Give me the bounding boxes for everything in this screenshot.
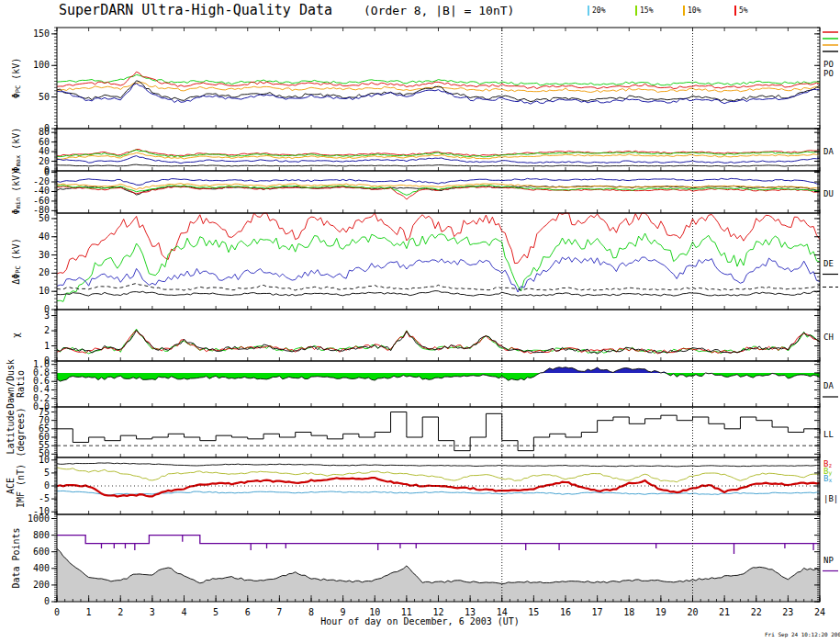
svg-text:150: 150 <box>33 28 50 39</box>
svg-text:400: 400 <box>33 563 50 573</box>
svg-text:80: 80 <box>39 127 50 137</box>
svg-text:Latitude: Latitude <box>6 410 16 454</box>
svg-text:3: 3 <box>44 310 50 321</box>
superdarn-plot-page: SuperDARN Ultra-High-Quality Data (Order… <box>0 0 840 643</box>
svg-text:1.0: 1.0 <box>33 359 50 369</box>
render-timestamp: Fri Sep 24 10:12:20 2004 <box>765 631 840 637</box>
svg-text:0: 0 <box>44 480 50 491</box>
svg-text:|B|: |B| <box>823 494 838 503</box>
svg-text:40: 40 <box>39 231 50 242</box>
svg-text:ΔΦPC (kV): ΔΦPC (kV) <box>11 238 22 285</box>
svg-text:PO: PO <box>823 69 834 78</box>
svg-text:0: 0 <box>44 167 50 177</box>
svg-text:-60: -60 <box>33 196 50 206</box>
svg-text:20: 20 <box>39 156 50 166</box>
svg-text:10: 10 <box>39 286 50 296</box>
svg-text:800: 800 <box>33 530 50 540</box>
svg-text:Φmin (kV): Φmin (kV) <box>11 170 22 215</box>
svg-text:ΦPC (kV): ΦPC (kV) <box>11 58 22 99</box>
svg-text:Data Points: Data Points <box>11 527 21 588</box>
svg-text:30: 30 <box>39 250 50 260</box>
plot-svg: 050100150ΦPC (kV)POPO020406080Φmax (kV)D… <box>0 0 840 643</box>
svg-text:-20: -20 <box>33 176 50 186</box>
svg-text:ACE: ACE <box>6 478 16 494</box>
svg-text:1000: 1000 <box>28 513 50 524</box>
svg-text:LL: LL <box>823 429 834 438</box>
svg-text:CH: CH <box>823 333 834 342</box>
svg-text:IMF (nT): IMF (nT) <box>16 464 26 508</box>
svg-text:2: 2 <box>44 325 50 335</box>
svg-text:75: 75 <box>39 407 50 417</box>
svg-text:0: 0 <box>44 596 50 606</box>
svg-text:DA: DA <box>823 147 834 156</box>
svg-text:200: 200 <box>33 580 50 590</box>
svg-text:60: 60 <box>39 137 50 147</box>
svg-text:NP: NP <box>823 555 834 564</box>
svg-text:Ratio: Ratio <box>16 370 26 398</box>
svg-text:600: 600 <box>33 547 50 557</box>
svg-text:(degrees): (degrees) <box>16 407 26 457</box>
svg-text:50: 50 <box>39 213 50 223</box>
svg-text:1: 1 <box>44 341 50 351</box>
multi-panel-time-series-plot: 050100150ΦPC (kV)POPO020406080Φmax (kV)D… <box>0 0 840 643</box>
svg-text:5: 5 <box>44 468 50 478</box>
svg-text:DA: DA <box>823 381 834 390</box>
x-axis-label: Hour of day on December, 6 2003 (UT) <box>0 616 840 626</box>
svg-text:PO: PO <box>823 60 834 69</box>
svg-text:Dawn/Dusk: Dawn/Dusk <box>6 359 16 409</box>
svg-text:Φmax (kV): Φmax (kV) <box>11 128 22 173</box>
svg-text:20: 20 <box>39 267 50 277</box>
svg-text:DU: DU <box>823 189 834 198</box>
svg-text:-5: -5 <box>39 493 50 503</box>
svg-text:50: 50 <box>39 92 50 102</box>
svg-text:-40: -40 <box>33 186 50 196</box>
svg-text:DE: DE <box>823 258 834 267</box>
svg-text:χ: χ <box>11 333 21 338</box>
svg-text:100: 100 <box>33 60 50 70</box>
svg-text:10: 10 <box>39 455 50 465</box>
svg-text:40: 40 <box>39 146 50 156</box>
